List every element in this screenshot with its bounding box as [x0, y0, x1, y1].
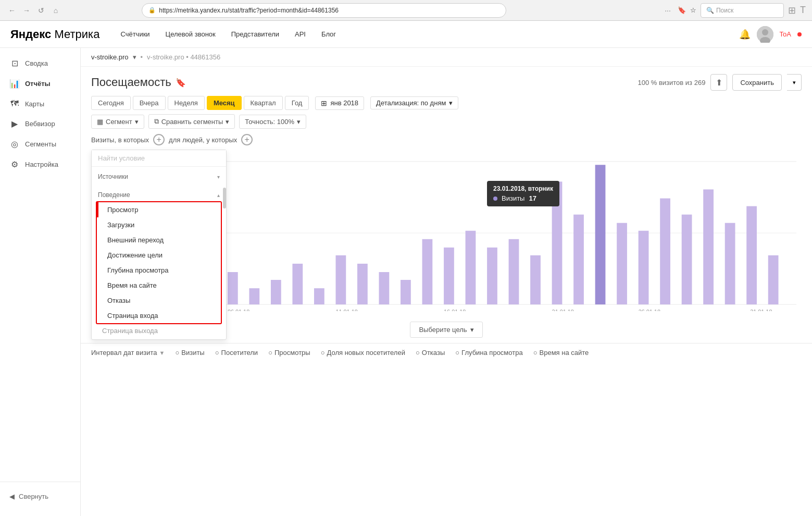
col-visits-label: Визиты: [181, 349, 204, 357]
dropdown-item-bounces[interactable]: Отказы: [97, 293, 221, 308]
goal-select-chevron-icon: ▾: [470, 326, 474, 334]
sidebar-item-svodka[interactable]: ⊡ Сводка: [0, 53, 80, 73]
tab-quarter[interactable]: Квартал: [244, 96, 283, 110]
sidebar: ⊡ Сводка 📊 Отчёты 🗺 Карты ▶ Вебвизор ◎ С…: [0, 48, 81, 516]
sidebar-item-segments[interactable]: ◎ Сегменты: [0, 134, 80, 154]
dropdown-section-behavior-header[interactable]: Поведение ▴: [92, 188, 226, 200]
breadcrumb-site[interactable]: v-stroike.pro: [91, 53, 129, 61]
browser-search-bar[interactable]: 🔍 Поиск: [701, 3, 784, 18]
sidebar-item-settings[interactable]: ⚙ Настройка: [0, 154, 80, 175]
col-date-range-label: Интервал дат визита: [91, 349, 157, 357]
sidebar-item-maps[interactable]: 🗺 Карты: [0, 94, 80, 114]
star-icon[interactable]: ☆: [690, 6, 696, 14]
calendar-icon: ⊞: [321, 99, 327, 107]
dropdown-search-input[interactable]: [92, 150, 226, 167]
tab-month[interactable]: Месяц: [207, 96, 242, 110]
maps-icon: 🗺: [9, 99, 20, 108]
col-bounces[interactable]: ○ Отказы: [416, 349, 445, 357]
add-visits-filter-button[interactable]: +: [153, 134, 165, 145]
tabs-bar: Сегодня Вчера Неделя Месяц Квартал Год ⊞…: [81, 96, 812, 114]
segment-filter-button[interactable]: ▦ Сегмент ▾: [91, 115, 144, 129]
svg-rect-39: [768, 255, 779, 304]
dropdown-item-goal-achieved[interactable]: Достижение цели: [97, 248, 221, 263]
svg-rect-21: [379, 272, 390, 304]
col-new-share-label: Доля новых посетителей: [327, 349, 405, 357]
user-name[interactable]: ToA: [780, 30, 791, 38]
col-visitors[interactable]: ○ Посетители: [215, 349, 258, 357]
back-button[interactable]: ←: [6, 5, 18, 16]
period-selector[interactable]: ⊞ янв 2018: [315, 96, 364, 110]
tab-year[interactable]: Год: [285, 96, 309, 110]
sidebar-label-segments: Сегменты: [25, 140, 56, 148]
add-people-filter-button[interactable]: +: [241, 134, 253, 145]
svg-rect-26: [487, 248, 497, 304]
filter-bar: ▦ Сегмент ▾ ⧉ Сравнить сегменты ▾ Точнос…: [81, 114, 812, 134]
sidebar-label-webvisor: Вебвизор: [25, 120, 55, 128]
dropdown-item-external-link[interactable]: Внешний переход: [97, 232, 221, 248]
sidebar-item-reports[interactable]: 📊 Отчёты: [0, 73, 80, 94]
sidebar-item-webvisor[interactable]: ▶ Вебвизор: [0, 114, 80, 134]
dropdown-item-depth[interactable]: Глубина просмотра: [97, 263, 221, 278]
col-pageviews[interactable]: ○ Просмотры: [268, 349, 310, 357]
svg-rect-34: [660, 199, 670, 305]
browser-menu-icon[interactable]: Т: [800, 5, 806, 16]
sidebar-label-reports: Отчёты: [25, 80, 51, 88]
compare-chevron-icon: ▾: [226, 118, 229, 126]
compare-segments-button[interactable]: ⧉ Сравнить сегменты ▾: [148, 114, 235, 129]
svg-rect-36: [703, 189, 714, 304]
dropdown-section-sources-header[interactable]: Источники ▾: [92, 170, 226, 182]
save-button[interactable]: Сохранить: [732, 74, 782, 91]
nav-api[interactable]: API: [295, 28, 306, 40]
nav-counters[interactable]: Счётчики: [120, 28, 149, 40]
notification-bell-icon[interactable]: 🔔: [739, 29, 751, 40]
nav-representatives[interactable]: Представители: [231, 28, 279, 40]
svg-rect-29: [552, 181, 563, 304]
app-body: ⊡ Сводка 📊 Отчёты 🗺 Карты ▶ Вебвизор ◎ С…: [0, 48, 812, 516]
segment-label: Сегмент: [106, 118, 132, 126]
forward-button[interactable]: →: [21, 5, 32, 16]
visits-filter-row: Визиты, в которых + для людей, у которых…: [81, 134, 812, 150]
dropdown-item-entry-page[interactable]: Страница входа: [97, 308, 221, 323]
sidebar-collapse-button[interactable]: ◀ Свернуть: [0, 487, 80, 506]
browser-nav-buttons: ← → ↺ ⌂: [6, 5, 61, 16]
tab-yesterday[interactable]: Вчера: [133, 96, 166, 110]
dropdown-scrollbar-thumb: [223, 188, 226, 208]
col-time-on-site[interactable]: ○ Время на сайте: [533, 349, 589, 357]
bookmark-icon[interactable]: 🔖: [678, 6, 686, 14]
nav-blog[interactable]: Блог: [321, 28, 336, 40]
home-button[interactable]: ⌂: [50, 5, 61, 16]
tab-today[interactable]: Сегодня: [91, 96, 131, 110]
col-date-range[interactable]: Интервал дат визита ▼: [91, 349, 165, 357]
period-label: янв 2018: [330, 99, 358, 107]
address-bar[interactable]: 🔒 https://metrika.yandex.ru/stat/traffic…: [142, 3, 506, 18]
goal-select-button[interactable]: Выберите цель ▾: [410, 322, 482, 338]
accuracy-button[interactable]: Точность: 100% ▾: [239, 115, 306, 129]
sidebar-label-maps: Карты: [25, 100, 44, 108]
bookmark-icon[interactable]: 🔖: [176, 78, 186, 88]
dropdown-item-downloads[interactable]: Загрузки: [97, 217, 221, 232]
reload-button[interactable]: ↺: [35, 5, 47, 16]
col-depth[interactable]: ○ Глубина просмотра: [455, 349, 522, 357]
segment-filter-icon: ▦: [97, 118, 103, 126]
detail-selector[interactable]: Детализация: по дням ▾: [370, 96, 458, 109]
settings-icon: ⚙: [9, 159, 20, 169]
sources-chevron-icon: ▾: [217, 174, 220, 180]
nav-target-call[interactable]: Целевой звонок: [166, 28, 216, 40]
export-button[interactable]: ⬆: [710, 74, 727, 91]
more-menu-button[interactable]: ···: [662, 5, 673, 16]
compare-icon: ⧉: [154, 117, 159, 126]
col-visits[interactable]: ○ Визиты: [175, 349, 204, 357]
svg-rect-28: [530, 255, 541, 304]
dropdown-item-pageview[interactable]: Просмотр: [97, 202, 221, 217]
dropdown-section-behavior: Поведение ▴ Просмотр Загрузки Внешний пе…: [92, 185, 226, 339]
col-new-share[interactable]: ○ Доля новых посетителей: [321, 349, 405, 357]
svg-text:16.01.18: 16.01.18: [444, 309, 466, 311]
save-dropdown-button[interactable]: ▾: [787, 74, 802, 91]
user-avatar[interactable]: [757, 26, 773, 43]
tab-week[interactable]: Неделя: [168, 96, 205, 110]
export-icon: ⬆: [716, 78, 722, 88]
radio-visitors-icon: ○: [215, 349, 219, 357]
svg-rect-20: [357, 264, 368, 304]
dropdown-panel: Источники ▾ Поведение ▴ Просмотр Загрузк…: [91, 150, 227, 340]
dropdown-item-time-on-site[interactable]: Время на сайте: [97, 278, 221, 293]
